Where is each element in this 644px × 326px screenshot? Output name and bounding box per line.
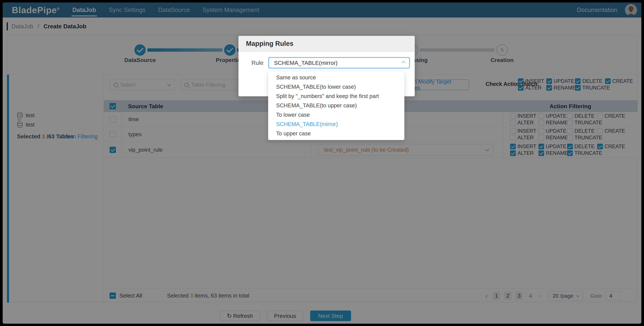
- rule-option-4[interactable]: SCHEMA_TABLE(to upper case): [268, 101, 404, 110]
- modal-title: Mapping Rules: [246, 40, 293, 47]
- rule-select[interactable]: SCHEMA_TABLE(mirror): [268, 57, 410, 68]
- app-window: BladePipe® DataJobSync SettingsDataSourc…: [3, 2, 641, 324]
- rule-option-5[interactable]: To lower case: [268, 110, 404, 119]
- rule-option-7[interactable]: To upper case: [268, 129, 404, 138]
- rule-option-3[interactable]: Split by "_numbers" and keep the first p…: [268, 91, 404, 101]
- rule-option-1[interactable]: Same as source: [268, 73, 404, 82]
- modal-header: Mapping Rules: [238, 36, 415, 52]
- rule-option-6[interactable]: SCHEMA_TABLE(mirror): [268, 119, 404, 129]
- chevron-up-icon: [402, 61, 406, 65]
- rule-option-2[interactable]: SCHEMA_TABLE(to lower case): [268, 82, 404, 91]
- modal-body: Rule SCHEMA_TABLE(mirror): [238, 57, 415, 68]
- rule-select-value: SCHEMA_TABLE(mirror): [274, 60, 338, 66]
- rule-label: Rule: [238, 59, 268, 66]
- rule-dropdown-panel: Same as sourceSCHEMA_TABLE(to lower case…: [268, 71, 404, 140]
